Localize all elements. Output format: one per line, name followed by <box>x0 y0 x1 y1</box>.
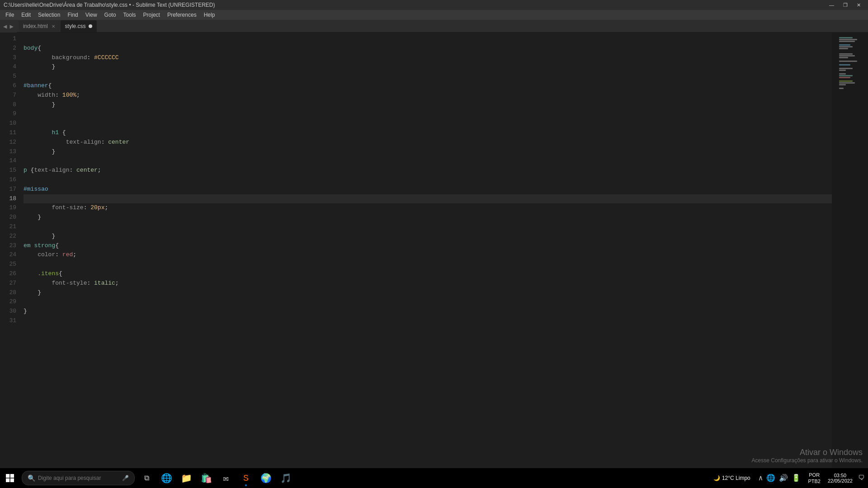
tab-index-html[interactable]: index.html ✕ <box>19 20 61 32</box>
edge-app[interactable]: 🌐 <box>156 468 176 488</box>
nav-forward-arrow[interactable]: ▶ <box>8 23 14 30</box>
browser-app[interactable]: 🌍 <box>256 468 276 488</box>
line-num-5: 5 <box>5 72 16 81</box>
code-line-9 <box>24 109 832 119</box>
code-line-7: width: 100%; <box>24 91 832 100</box>
line-num-31: 31 <box>5 316 16 326</box>
clock-time: 03:50 <box>828 473 853 478</box>
code-line-25 <box>24 260 832 269</box>
line-num-20: 20 <box>5 213 16 222</box>
menu-find[interactable]: Find <box>64 10 81 20</box>
nav-back-arrow[interactable]: ◀ <box>2 23 8 30</box>
language-indicator[interactable]: POR PTB2 <box>806 472 822 485</box>
code-line-18 <box>24 194 832 204</box>
code-area[interactable]: body{ background: #CCCCCC } #banner{ wid… <box>20 33 832 478</box>
code-line-4: } <box>24 62 832 72</box>
code-line-31 <box>24 316 832 326</box>
weather-temp: 12°C Limpo <box>722 475 750 481</box>
line-num-4: 4 <box>5 62 16 72</box>
start-button[interactable] <box>0 468 20 488</box>
search-input[interactable] <box>38 475 119 481</box>
code-line-28: } <box>24 288 832 298</box>
title-controls: — ❐ ✕ <box>826 0 864 10</box>
code-line-16 <box>24 175 832 185</box>
app-active-dot <box>245 484 247 486</box>
taskbar-search[interactable]: 🔍 🎤 <box>22 471 135 485</box>
store-app[interactable]: 🛍️ <box>196 468 216 488</box>
volume-icon[interactable]: 🔊 <box>779 474 788 483</box>
cortana-icon: 🎤 <box>122 475 129 482</box>
language-code: POR <box>808 472 821 478</box>
menu-bar: File Edit Selection Find View Goto Tools… <box>0 10 868 20</box>
taskbar-right: 🌙 12°C Limpo ∧ 🌐 🔊 🔋 POR PTB2 03:50 22/0… <box>711 468 868 488</box>
svg-rect-3 <box>10 479 14 482</box>
line-num-28: 28 <box>5 288 16 298</box>
code-line-19: font-size: 20px; <box>24 203 832 213</box>
menu-edit[interactable]: Edit <box>18 10 34 20</box>
code-line-26: .itens{ <box>24 269 832 279</box>
line-num-17: 17 <box>5 185 16 194</box>
taskbar-clock[interactable]: 03:50 22/05/2022 <box>824 473 856 483</box>
line-numbers: 1 2 3 4 5 6 7 8 9 10 11 12 13 14 15 16 1… <box>0 33 20 478</box>
network-icon[interactable]: 🌐 <box>766 474 775 483</box>
line-num-29: 29 <box>5 297 16 307</box>
tab-style-css[interactable]: style.css <box>61 20 97 32</box>
taskbar-center-apps: ⧉ 🌐 📁 🛍️ ✉️ S 🌍 🎵 <box>137 468 296 488</box>
menu-help[interactable]: Help <box>200 10 219 20</box>
title-text: C:\Users\helle\OneDrive\Área de Trabalho… <box>4 2 215 8</box>
action-center-icon[interactable]: 🗨 <box>858 474 864 482</box>
line-num-16: 16 <box>5 175 16 185</box>
line-num-14: 14 <box>5 156 16 166</box>
sublime-text-app[interactable]: S <box>236 468 256 488</box>
line-num-15: 15 <box>5 166 16 175</box>
top-area: ◀ ▶ index.html ✕ style.css <box>0 20 868 33</box>
taskbar: 🔍 🎤 ⧉ 🌐 📁 🛍️ ✉️ S 🌍 <box>0 468 868 488</box>
store-icon: 🛍️ <box>201 473 212 484</box>
tab-index-close[interactable]: ✕ <box>51 24 56 29</box>
mail-app[interactable]: ✉️ <box>216 468 236 488</box>
close-button[interactable]: ✕ <box>853 0 864 10</box>
taskview-icon: ⧉ <box>144 474 149 483</box>
code-line-15: p {text-align: center; <box>24 166 832 175</box>
search-icon: 🔍 <box>28 474 35 482</box>
code-line-12: text-align: center <box>24 138 832 147</box>
line-num-11: 11 <box>5 128 16 138</box>
minimap-content <box>839 37 866 89</box>
code-line-6: #banner{ <box>24 81 832 91</box>
line-num-6: 6 <box>5 81 16 91</box>
line-num-22: 22 <box>5 232 16 241</box>
minimize-button[interactable]: — <box>826 0 838 10</box>
menu-goto[interactable]: Goto <box>101 10 120 20</box>
maximize-button[interactable]: ❐ <box>840 0 851 10</box>
systray: ∧ 🌐 🔊 🔋 <box>755 474 805 483</box>
title-bar: C:\Users\helle\OneDrive\Área de Trabalho… <box>0 0 868 10</box>
browser-icon: 🌍 <box>260 473 272 484</box>
menu-preferences[interactable]: Preferences <box>164 10 200 20</box>
tab-style-modified-dot <box>89 24 92 28</box>
menu-project[interactable]: Project <box>140 10 164 20</box>
code-line-27: font-style: italic; <box>24 279 832 288</box>
taskview-button[interactable]: ⧉ <box>137 468 156 488</box>
tray-arrow-icon[interactable]: ∧ <box>759 474 763 483</box>
menu-file[interactable]: File <box>2 10 18 20</box>
line-num-10: 10 <box>5 119 16 128</box>
menu-view[interactable]: View <box>82 10 101 20</box>
file-explorer-app[interactable]: 📁 <box>176 468 196 488</box>
line-num-25: 25 <box>5 260 16 269</box>
line-num-24: 24 <box>5 250 16 260</box>
battery-icon[interactable]: 🔋 <box>792 474 801 483</box>
input-method: PTB2 <box>808 478 821 484</box>
code-line-30: } <box>24 307 832 316</box>
code-line-3: background: #CCCCCC <box>24 53 832 63</box>
code-line-1 <box>24 34 832 44</box>
line-num-8: 8 <box>5 100 16 110</box>
code-line-21 <box>24 222 832 232</box>
menu-selection[interactable]: Selection <box>34 10 64 20</box>
menu-tools[interactable]: Tools <box>120 10 140 20</box>
code-line-22: } <box>24 232 832 241</box>
line-num-23: 23 <box>5 241 16 251</box>
code-line-20: } <box>24 213 832 222</box>
weather-widget[interactable]: 🌙 12°C Limpo <box>711 475 753 481</box>
edge-icon: 🌐 <box>161 473 172 484</box>
media-app[interactable]: 🎵 <box>276 468 296 488</box>
